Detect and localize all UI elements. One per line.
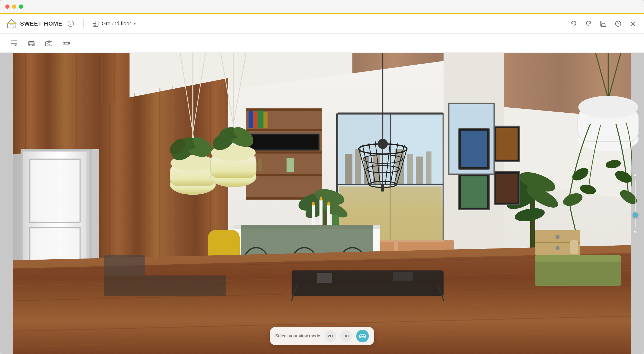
svg-rect-154 — [319, 200, 323, 225]
slider-track[interactable] — [635, 180, 636, 227]
menu-bar-right — [569, 19, 638, 28]
vertical-slider[interactable]: ▲ ▼ — [633, 172, 638, 235]
svg-point-205 — [578, 96, 638, 118]
svg-rect-3 — [7, 23, 16, 24]
svg-rect-240 — [570, 240, 578, 254]
svg-point-244 — [363, 336, 365, 337]
svg-rect-100 — [426, 151, 431, 184]
select-tool-button[interactable] — [6, 37, 22, 49]
home-icon — [6, 18, 17, 29]
svg-rect-220 — [104, 276, 226, 296]
svg-rect-155 — [327, 205, 330, 225]
svg-rect-87 — [287, 158, 294, 172]
furniture-tool-button[interactable] — [24, 37, 39, 49]
undo-button[interactable] — [569, 19, 579, 28]
app-window: SWEET HOME i Ground floor ▾ — [0, 0, 644, 354]
svg-rect-74 — [246, 129, 322, 131]
slider-up-arrow[interactable]: ▲ — [633, 172, 638, 178]
svg-rect-228 — [496, 174, 518, 203]
svg-rect-60 — [21, 149, 92, 152]
svg-rect-22 — [46, 41, 52, 46]
svg-point-234 — [556, 246, 560, 250]
maximize-traffic-light[interactable] — [19, 4, 23, 9]
svg-point-24 — [51, 42, 51, 43]
svg-rect-53 — [31, 160, 79, 221]
svg-rect-78 — [249, 111, 253, 128]
furniture-tool-icon — [28, 40, 35, 47]
slider-thumb[interactable] — [633, 212, 638, 218]
floor-plan-icon — [92, 20, 99, 27]
svg-rect-80 — [258, 111, 263, 128]
slider-down-arrow[interactable]: ▼ — [633, 229, 638, 235]
svg-rect-238 — [317, 273, 332, 283]
app-logo: SWEET HOME i — [6, 18, 74, 29]
view-2d-button[interactable]: 2D — [325, 330, 336, 342]
floor-label: Ground floor — [102, 21, 131, 27]
svg-point-156 — [312, 202, 315, 205]
svg-rect-76 — [246, 174, 322, 176]
redo-button[interactable] — [584, 19, 593, 28]
svg-rect-97 — [395, 149, 404, 184]
svg-rect-73 — [246, 108, 322, 111]
svg-rect-93 — [345, 154, 352, 184]
menu-divider — [83, 19, 84, 28]
toolbar — [0, 34, 644, 53]
svg-rect-241 — [104, 255, 145, 276]
help-button[interactable] — [613, 19, 623, 28]
svg-rect-235 — [292, 270, 444, 296]
select-tool-icon — [10, 40, 18, 47]
info-button[interactable]: i — [68, 21, 74, 27]
measure-tool-button[interactable] — [59, 37, 74, 49]
svg-rect-226 — [461, 176, 487, 208]
view-mode-label: Select your view mode — [275, 333, 320, 339]
camera-tool-icon — [45, 40, 53, 47]
scene-render — [0, 53, 644, 354]
chevron-down-icon: ▾ — [134, 22, 136, 26]
view-mode-popup: Select your view mode 2D 3D — [270, 327, 374, 345]
svg-rect-75 — [246, 151, 322, 154]
svg-rect-8 — [602, 21, 605, 23]
svg-point-157 — [320, 197, 322, 200]
svg-rect-239 — [393, 272, 413, 281]
svg-rect-81 — [263, 112, 267, 128]
main-3d-view[interactable]: Select your view mode 2D 3D ▲ ▼ — [0, 53, 644, 354]
svg-rect-230 — [535, 255, 621, 262]
traffic-lights — [5, 4, 23, 9]
svg-point-23 — [48, 42, 50, 45]
svg-rect-174 — [381, 184, 385, 192]
svg-rect-99 — [416, 156, 423, 184]
svg-rect-9 — [602, 24, 605, 26]
svg-point-233 — [556, 235, 560, 239]
svg-point-243 — [361, 336, 362, 337]
svg-rect-79 — [254, 112, 257, 128]
view-3d-button[interactable]: 3D — [340, 330, 352, 342]
svg-rect-224 — [496, 128, 518, 160]
svg-rect-222 — [461, 131, 487, 167]
svg-rect-98 — [407, 154, 413, 184]
svg-point-173 — [378, 139, 388, 149]
svg-rect-153 — [312, 205, 315, 225]
svg-rect-1 — [10, 25, 13, 28]
svg-point-158 — [327, 202, 330, 205]
title-bar — [0, 0, 644, 14]
window-close-button[interactable] — [628, 19, 638, 28]
vr-icon — [359, 332, 366, 340]
view-vr-button[interactable] — [356, 330, 369, 342]
close-traffic-light[interactable] — [5, 4, 10, 9]
minimize-traffic-light[interactable] — [12, 4, 16, 9]
menu-bar: SWEET HOME i Ground floor ▾ — [0, 14, 644, 34]
svg-rect-86 — [258, 159, 262, 171]
save-button[interactable] — [599, 19, 608, 28]
app-title: SWEET HOME — [20, 20, 62, 27]
floor-selector[interactable]: Ground floor ▾ — [89, 19, 139, 29]
measure-tool-icon — [63, 40, 70, 47]
svg-rect-84 — [250, 135, 318, 149]
camera-tool-button[interactable] — [41, 37, 56, 49]
svg-point-11 — [618, 25, 619, 25]
